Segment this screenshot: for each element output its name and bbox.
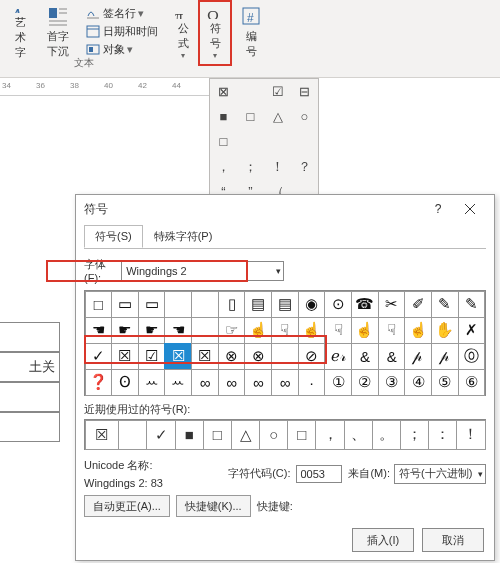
insert-button[interactable]: 插入(I) [352, 528, 414, 552]
grid-symbol-cell[interactable]: ∞ [244, 369, 272, 396]
grid-symbol-cell[interactable]: ▤ [244, 291, 272, 318]
recent-symbol-cell[interactable]: 、 [344, 420, 373, 450]
dropdown-symbol-cell[interactable]: ！ [264, 154, 291, 179]
grid-symbol-cell[interactable]: ✎ [431, 291, 459, 318]
close-icon [465, 204, 475, 214]
grid-symbol-cell[interactable]: & [351, 343, 379, 370]
dropcap-button[interactable]: 首字下沉 [36, 2, 80, 62]
grid-symbol-cell[interactable]: ✗ [458, 317, 486, 344]
font-combo[interactable]: Wingdings 2 ▾ [121, 261, 283, 281]
equation-label: 公式 [174, 21, 192, 51]
doc-cell[interactable] [0, 322, 60, 352]
number-label: 编号 [242, 29, 260, 59]
grid-symbol-cell[interactable]: ✋ [431, 317, 459, 344]
grid-symbol-cell[interactable]: 𝓅 [404, 343, 432, 370]
recent-symbol-cell[interactable] [118, 420, 147, 450]
grid-symbol-cell[interactable]: ꕀ [138, 369, 166, 396]
grid-symbol-cell[interactable]: ✐ [404, 291, 432, 318]
recent-symbol-cell[interactable]: ■ [175, 420, 204, 450]
doc-cell[interactable] [0, 412, 60, 442]
grid-symbol-cell[interactable]: 𝓅 [431, 343, 459, 370]
signature-label: 签名行 [103, 6, 136, 21]
grid-symbol-cell[interactable]: ꕀ [164, 369, 192, 396]
dropdown-symbol-cell[interactable]: ☑ [264, 79, 291, 104]
recent-symbol-cell[interactable]: 。 [372, 420, 401, 450]
grid-symbol-cell[interactable]: ʘ [111, 369, 139, 396]
recent-symbol-cell[interactable]: ！ [456, 420, 485, 450]
tab-symbols[interactable]: 符号(S) [84, 225, 143, 248]
svg-rect-7 [87, 26, 99, 37]
dialog-help-button[interactable]: ? [422, 195, 454, 223]
dropdown-symbol-cell[interactable]: ？ [291, 154, 318, 179]
dropdown-symbol-cell[interactable]: ■ [210, 104, 237, 129]
grid-symbol-cell[interactable]: ☝ [351, 317, 379, 344]
equation-button[interactable]: π 公式 ▾ [168, 2, 198, 62]
grid-symbol-cell[interactable]: □ [85, 291, 113, 318]
tab-special-chars[interactable]: 特殊字符(P) [143, 225, 224, 248]
recent-symbol-cell[interactable]: △ [231, 420, 260, 450]
grid-symbol-cell[interactable]: ▯ [218, 291, 246, 318]
shortcut-button[interactable]: 快捷键(K)... [176, 495, 251, 517]
grid-symbol-cell[interactable]: ▭ [111, 291, 139, 318]
recent-symbol-cell[interactable]: □ [203, 420, 232, 450]
recent-symbol-cell[interactable]: ☒ [85, 420, 120, 450]
cancel-button[interactable]: 取消 [422, 528, 484, 552]
grid-symbol-cell[interactable]: ▭ [138, 291, 166, 318]
grid-symbol-cell[interactable]: ☝ [404, 317, 432, 344]
grid-symbol-cell[interactable] [164, 291, 192, 318]
datetime-button[interactable]: 日期和时间 [84, 22, 160, 40]
dropdown-symbol-cell[interactable]: △ [264, 104, 291, 129]
grid-symbol-cell[interactable]: ⊙ [324, 291, 352, 318]
code-input[interactable]: 0053 [296, 465, 342, 483]
doc-cell[interactable]: 土关 [0, 352, 60, 382]
grid-symbol-cell[interactable]: ☎ [351, 291, 379, 318]
grid-symbol-cell[interactable]: ⑥ [458, 369, 486, 396]
wordart-button[interactable]: A 艺术字 [4, 2, 36, 62]
doc-cell[interactable] [0, 382, 60, 412]
dropdown-symbol-cell[interactable]: ⊟ [291, 79, 318, 104]
grid-symbol-cell[interactable]: ☟ [324, 317, 352, 344]
grid-symbol-cell[interactable]: ① [324, 369, 352, 396]
dropdown-symbol-cell[interactable]: ， [210, 154, 237, 179]
dropdown-symbol-cell[interactable]: □ [210, 129, 237, 154]
grid-symbol-cell[interactable]: ④ [404, 369, 432, 396]
recent-symbol-cell[interactable]: ： [428, 420, 457, 450]
grid-symbol-cell[interactable]: ✎ [458, 291, 486, 318]
recent-symbol-cell[interactable]: ， [315, 420, 344, 450]
grid-symbol-cell[interactable]: ∞ [191, 369, 219, 396]
dropdown-symbol-cell[interactable] [237, 129, 264, 154]
dropdown-symbol-cell[interactable] [291, 129, 318, 154]
signature-button[interactable]: 签名行▾ [84, 4, 160, 22]
grid-symbol-cell[interactable]: ∞ [271, 369, 299, 396]
grid-symbol-cell[interactable]: ③ [378, 369, 406, 396]
font-label: 字体(F): [84, 257, 117, 284]
grid-symbol-cell[interactable]: · [298, 369, 326, 396]
grid-symbol-cell[interactable]: ◉ [298, 291, 326, 318]
dropdown-symbol-cell[interactable]: ； [237, 154, 264, 179]
grid-symbol-cell[interactable]: ✂ [378, 291, 406, 318]
dialog-close-button[interactable] [454, 195, 486, 223]
from-combo[interactable]: 符号(十六进制)▾ [394, 464, 486, 484]
autocorrect-button[interactable]: 自动更正(A)... [84, 495, 170, 517]
number-button[interactable]: # 编号 [236, 2, 266, 62]
grid-symbol-cell[interactable] [191, 291, 219, 318]
dropdown-symbol-cell[interactable]: ○ [291, 104, 318, 129]
recent-symbol-cell[interactable]: ✓ [146, 420, 175, 450]
dropdown-symbol-cell[interactable] [237, 79, 264, 104]
grid-symbol-cell[interactable]: ∞ [218, 369, 246, 396]
grid-symbol-cell[interactable]: ❓ [85, 369, 113, 396]
recent-symbol-cell[interactable]: ○ [259, 420, 288, 450]
grid-symbol-cell[interactable]: ▤ [271, 291, 299, 318]
recent-symbol-cell[interactable]: ； [400, 420, 429, 450]
highlight-symbol-button [198, 0, 232, 66]
grid-symbol-cell[interactable]: ⓪ [458, 343, 486, 370]
grid-symbol-cell[interactable]: ② [351, 369, 379, 396]
dropdown-symbol-cell[interactable] [264, 129, 291, 154]
recent-symbol-cell[interactable]: □ [287, 420, 316, 450]
grid-symbol-cell[interactable]: ℯ𝓇 [324, 343, 352, 370]
dropdown-symbol-cell[interactable]: □ [237, 104, 264, 129]
grid-symbol-cell[interactable]: ☟ [378, 317, 406, 344]
grid-symbol-cell[interactable]: & [378, 343, 406, 370]
dropdown-symbol-cell[interactable]: ⊠ [210, 79, 237, 104]
grid-symbol-cell[interactable]: ⑤ [431, 369, 459, 396]
